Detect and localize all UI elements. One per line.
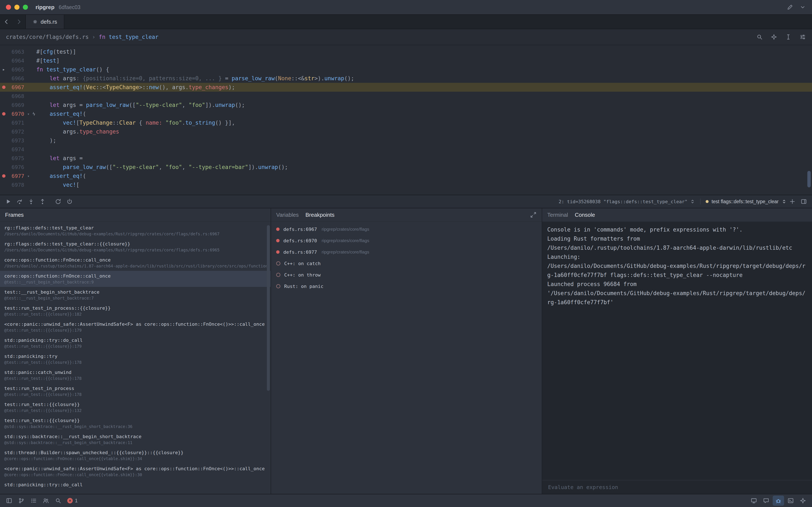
line-number[interactable]: 6966 xyxy=(8,75,24,81)
line-number[interactable]: 6977 xyxy=(8,173,24,179)
project-name[interactable]: ripgrep xyxy=(36,4,55,11)
frame-row[interactable]: test::run_test_in_process@test::run_test… xyxy=(0,383,271,399)
line-number[interactable]: 6973 xyxy=(8,137,24,144)
editor-scrollbar[interactable] xyxy=(807,45,811,195)
tab-terminal[interactable]: Terminal xyxy=(547,212,568,218)
line-number[interactable]: 6963 xyxy=(8,49,24,55)
code-line[interactable]: 6963#[cfg(test)] xyxy=(0,47,812,56)
frame-row[interactable]: test::run_test_in_process::{{closure}}@t… xyxy=(0,303,271,319)
expand-panel-icon[interactable] xyxy=(530,212,537,218)
search-panel-icon[interactable] xyxy=(52,496,64,506)
line-number[interactable]: 6974 xyxy=(8,147,24,153)
editor-controls-icon[interactable] xyxy=(799,34,806,40)
terminal-panel-icon[interactable] xyxy=(785,496,796,506)
code-editor[interactable]: 6963#[cfg(test)]6964#[test]▶6965fn test_… xyxy=(0,45,812,195)
frame-row[interactable]: std::panicking::try::do_call xyxy=(0,480,271,490)
frame-row[interactable]: std::panicking::try::do_call@test::run_t… xyxy=(0,335,271,351)
line-number[interactable]: 6967 xyxy=(8,84,24,91)
code-line[interactable]: 6970▾ϟ assert_eq!( xyxy=(0,109,812,118)
frame-row[interactable]: test::run_test::{{closure}}@std::sys::ba… xyxy=(0,415,271,431)
outline-panel-icon[interactable] xyxy=(28,496,39,506)
frame-row[interactable]: test::__rust_begin_short_backtrace@test:… xyxy=(0,287,271,303)
nav-forward-button[interactable] xyxy=(13,15,26,29)
debug-panel-icon[interactable] xyxy=(773,496,784,506)
line-number[interactable]: 6971 xyxy=(8,120,24,126)
thread-selector[interactable]: 2: tid=35268038 "flags::defs::test_type_… xyxy=(559,199,695,204)
breakpoint-dot-icon[interactable] xyxy=(276,228,280,231)
fold-chevron-icon[interactable]: ▾ xyxy=(24,112,32,116)
breakpoint-row[interactable]: C++: on catch xyxy=(271,258,542,269)
project-panel-icon[interactable] xyxy=(3,496,15,506)
inline-assist-icon[interactable] xyxy=(770,34,777,40)
line-number[interactable]: 6965 xyxy=(8,66,24,73)
line-number[interactable]: 6972 xyxy=(8,129,24,135)
code-line[interactable]: 6964#[test] xyxy=(0,56,812,65)
line-number[interactable]: 6970 xyxy=(8,111,24,117)
step-over-button[interactable] xyxy=(14,196,26,207)
git-branch-label[interactable]: 6dfaec03 xyxy=(59,4,81,10)
step-into-button[interactable] xyxy=(26,196,37,207)
frame-row[interactable]: rg::flags::defs::test_type_clear::{{clos… xyxy=(0,239,271,255)
frame-row[interactable]: rg::flags::defs::test_type_clear/Users/d… xyxy=(0,223,271,239)
frame-row[interactable]: <core::panic::unwind_safe::AssertUnwindS… xyxy=(0,463,271,480)
code-line[interactable]: 6971 vec![TypeChange::Clear { name: "foo… xyxy=(0,118,812,127)
zoom-window-button[interactable] xyxy=(23,5,28,10)
frame-row[interactable]: core::ops::function::FnOnce::call_once@t… xyxy=(0,271,271,287)
chat-panel-icon[interactable] xyxy=(760,496,772,506)
breakpoint-icon[interactable] xyxy=(0,109,8,118)
breakpoint-dot-icon[interactable] xyxy=(276,284,281,288)
breakpoint-dot-icon[interactable] xyxy=(276,261,281,266)
breadcrumb-symbol-name[interactable]: test_type_clear xyxy=(109,34,158,40)
breakpoint-icon[interactable] xyxy=(0,172,8,180)
code-line[interactable]: 6968 xyxy=(0,92,812,101)
console-expression-input[interactable] xyxy=(547,484,807,491)
breakpoint-dot-icon[interactable] xyxy=(276,239,280,242)
code-line[interactable]: 6969 let args = parse_low_raw(["--type-c… xyxy=(0,101,812,109)
breakpoint-row[interactable]: defs.rs:6977ripgrep/crates/core/flags xyxy=(271,246,542,258)
line-number[interactable]: 6964 xyxy=(8,58,24,64)
diagnostics-indicator[interactable]: × 1 xyxy=(67,498,78,504)
breadcrumb-symbol-keyword[interactable]: fn xyxy=(99,34,105,40)
new-session-button[interactable] xyxy=(786,196,798,207)
session-selector[interactable]: test flags::defs::test_type_clear xyxy=(706,199,786,205)
frame-row[interactable]: std::thread::Builder::spawn_unchecked_::… xyxy=(0,447,271,463)
code-line[interactable]: 6976 parse_low_raw(["--type-clear", "foo… xyxy=(0,163,812,172)
frames-scrollbar[interactable] xyxy=(267,225,270,391)
breakpoint-icon[interactable] xyxy=(0,83,8,92)
line-number[interactable]: 6968 xyxy=(8,93,24,99)
code-line[interactable]: 6975 let args = xyxy=(0,154,812,163)
breadcrumb-path[interactable]: crates/core/flags/defs.rs xyxy=(6,34,89,40)
tab-console[interactable]: Console xyxy=(575,212,595,218)
code-line[interactable]: ▶6965fn test_type_clear() { xyxy=(0,65,812,74)
tab-defs-rs[interactable]: defs.rs xyxy=(26,15,64,29)
nav-back-button[interactable] xyxy=(0,15,13,29)
tab-variables[interactable]: Variables xyxy=(276,212,299,218)
line-number[interactable]: 6976 xyxy=(8,164,24,170)
breakpoint-dot-icon[interactable] xyxy=(276,273,281,277)
frame-row[interactable]: test::run_test::{{closure}}@test::run_te… xyxy=(0,399,271,415)
buffer-search-icon[interactable] xyxy=(756,34,763,40)
step-out-button[interactable] xyxy=(37,196,48,207)
code-line[interactable]: 6974 xyxy=(0,145,812,154)
code-line[interactable]: 6977▾ assert_eq!( xyxy=(0,172,812,180)
minimize-window-button[interactable] xyxy=(14,5,19,10)
code-line[interactable]: 6966 let args: {positional:size=0, patte… xyxy=(0,74,812,83)
panel-layout-icon[interactable] xyxy=(798,196,809,207)
breakpoint-row[interactable]: defs.rs:6970ripgrep/crates/core/flags xyxy=(271,235,542,246)
breakpoint-row[interactable]: C++: on throw xyxy=(271,269,542,281)
editor-scrollbar-thumb[interactable] xyxy=(807,171,811,187)
text-cursor-icon[interactable] xyxy=(785,34,792,40)
continue-button[interactable] xyxy=(3,196,14,207)
frame-row[interactable]: std::sys::backtrace::__rust_begin_short_… xyxy=(0,431,271,447)
tab-breakpoints[interactable]: Breakpoints xyxy=(305,212,334,218)
code-line[interactable]: 6978 vec![ xyxy=(0,180,812,189)
edit-prediction-icon[interactable] xyxy=(786,4,794,11)
frame-row[interactable]: std::panic::catch_unwind@test::run_test:… xyxy=(0,367,271,383)
stop-button[interactable] xyxy=(64,196,75,207)
restart-button[interactable] xyxy=(52,196,64,207)
breakpoint-row[interactable]: Rust: on panic xyxy=(271,281,542,292)
git-panel-icon[interactable] xyxy=(16,496,27,506)
fold-chevron-icon[interactable]: ▾ xyxy=(24,174,32,178)
line-number[interactable]: 6969 xyxy=(8,102,24,108)
titlebar-chevron-down-icon[interactable] xyxy=(799,4,806,11)
